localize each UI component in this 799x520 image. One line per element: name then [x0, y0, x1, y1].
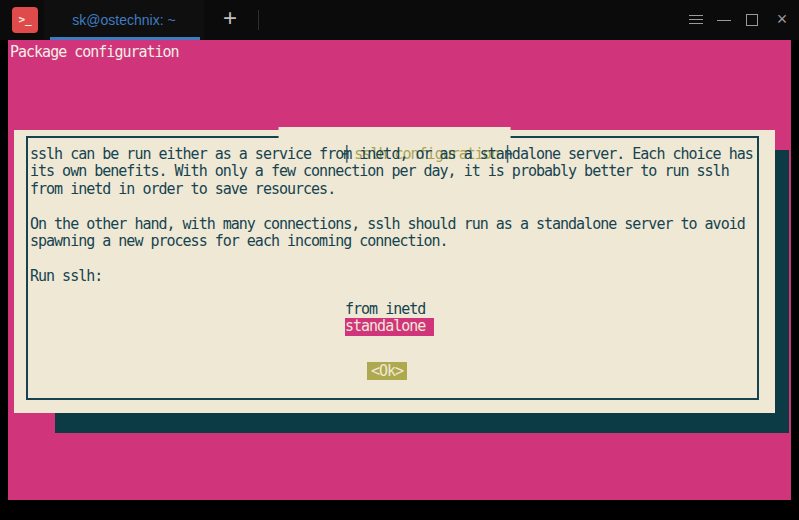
ok-button[interactable]: <Ok>: [367, 362, 407, 380]
terminal-app-icon: >_: [12, 7, 38, 33]
minimize-icon: [717, 20, 731, 21]
close-button[interactable]: ×: [768, 0, 796, 40]
tab-separator: [258, 10, 259, 30]
maximize-icon: [746, 14, 758, 26]
hamburger-icon: [689, 15, 703, 16]
option-from-inetd[interactable]: from inetd: [345, 301, 425, 319]
titlebar: >_ sk@ostechnix: ~ + ×: [0, 0, 799, 40]
body-line: its own benefits. With only a few connec…: [30, 163, 729, 180]
terminal-window: >_ sk@ostechnix: ~ + × Package configura…: [0, 0, 799, 520]
plus-icon: +: [223, 4, 237, 31]
body-line: On the other hand, with many connections…: [30, 216, 745, 233]
new-tab-button[interactable]: +: [204, 0, 256, 40]
tab-label: sk@ostechnix: ~: [44, 0, 204, 40]
tab-terminal[interactable]: sk@ostechnix: ~: [44, 0, 204, 40]
minimize-button[interactable]: [710, 0, 738, 40]
body-line: sslh can be run either as a service from…: [30, 146, 753, 163]
terminal-screen: Package configuration ┤sslh configuratio…: [8, 40, 791, 500]
close-icon: ×: [768, 0, 796, 38]
backtitle: Package configuration: [10, 43, 179, 61]
run-sslh-prompt: Run sslh:: [30, 268, 102, 285]
maximize-button[interactable]: [738, 0, 766, 40]
body-line: spawning a new process for each incoming…: [30, 233, 448, 250]
body-line: from inetd in order to save resources.: [30, 181, 335, 198]
sslh-configuration-dialog: ┤sslh configuration├ sslh can be run eit…: [14, 130, 775, 413]
option-standalone[interactable]: standalone: [345, 318, 434, 336]
terminal-prompt-icon: >_: [18, 13, 31, 26]
dialog-title: ┤sslh configuration├: [278, 127, 511, 145]
menu-button[interactable]: [682, 0, 710, 40]
